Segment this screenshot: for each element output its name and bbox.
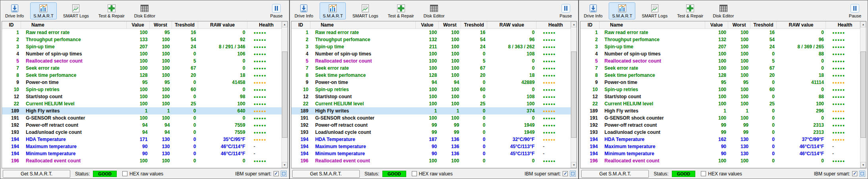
table-row[interactable]: 191G-SENSOR shock counter10010000●●●●● (291, 114, 571, 122)
toolbar-button-disk-editor[interactable]: Disk Editor (131, 2, 158, 19)
table-row[interactable]: 189High Fly writes110374●●●●● (291, 107, 571, 114)
scroll-up-arrow[interactable]: ▲ (571, 21, 577, 27)
table-row[interactable]: 5Reallocated sector count10010050●●●●● (2, 57, 282, 65)
column-header-worst[interactable]: Worst (439, 21, 461, 29)
column-header-raw-value[interactable]: RAW value (487, 21, 536, 29)
table-row[interactable]: 22Current HELIUM level10010025100●●●●● (581, 100, 860, 107)
hex-raw-values-checkbox[interactable] (122, 171, 127, 176)
table-row[interactable]: 3Spin-up time211100248 / 363 / 262●●●●● (291, 43, 571, 50)
column-header-health[interactable]: Health (247, 21, 282, 29)
table-row[interactable]: 1Raw read error rate10095160●●●●● (2, 29, 282, 36)
table-row[interactable]: 2Throughput perfomance1321005496●●●●● (291, 36, 571, 43)
table-row[interactable]: 194Maximum temperature90136045°C/113°F- (291, 143, 571, 150)
column-header-health[interactable]: Health (826, 21, 860, 29)
table-row[interactable]: 196Reallocated event count10010000●●●●● (291, 157, 571, 164)
table-row[interactable]: 189High Fly writes110296●●●●● (581, 107, 860, 114)
pause-button[interactable]: Pause (556, 2, 575, 19)
column-header-treshold[interactable]: Treshold (750, 21, 777, 29)
table-row[interactable]: 7Seek error rate100100670●●●●● (2, 65, 282, 72)
vertical-scrollbar[interactable]: ▲ ▼ (282, 21, 287, 168)
column-header-treshold[interactable]: Treshold (172, 21, 198, 29)
table-row[interactable]: 192Power-off retract count949407559●●●●● (2, 122, 282, 129)
toolbar-button-drive-info[interactable]: Drive Info (291, 2, 316, 19)
table-row[interactable]: 189High Fly writes110640●●●●● (2, 107, 282, 114)
table-row[interactable]: 3Spin-up time207100248 / 369 / 265●●●●● (581, 43, 860, 50)
column-header-raw-value[interactable]: RAW value (198, 21, 247, 29)
table-row[interactable]: 1Raw read error rate100100160●●●●● (581, 29, 860, 36)
table-row[interactable]: 194Minimum temperature90130046°C/114°F- (2, 150, 282, 157)
table-row[interactable]: 191G-SENSOR shock counter10010000●●●●● (581, 114, 860, 122)
table-row[interactable]: 7Seek error rate100100670●●●●● (581, 65, 860, 72)
blue-square-icon[interactable] (281, 171, 287, 177)
toolbar-button-smart-logs[interactable]: SMART Logs (349, 2, 381, 19)
table-row[interactable]: 196Reallocated event count10010000●●●●● (581, 157, 860, 164)
table-row[interactable]: 9Power-on time9595041458●●●●● (2, 79, 282, 86)
table-row[interactable]: 194Maximum temperature90130046°C/114°F- (581, 143, 860, 150)
toolbar-button-s-m-a-r-t[interactable]: S.M.A.R.T (609, 2, 635, 19)
pause-button[interactable]: Pause (846, 2, 864, 19)
table-row[interactable]: 4Number of spin-up times1001000106●●●●● (2, 50, 282, 57)
table-row[interactable]: 194Minimum temperature90136045°C/113°F- (291, 150, 571, 157)
table-row[interactable]: 22Current HELIUM level10010025100●●●●● (291, 100, 571, 107)
table-row[interactable]: 10Spin-up retries100100600●●●●● (581, 86, 860, 93)
table-row[interactable]: 10Spin-up retries100100600●●●●● (2, 86, 282, 93)
table-row[interactable]: 12Start/stop count1001000108●●●●● (291, 93, 571, 100)
toolbar-button-test-repair[interactable]: Test & Repair (385, 2, 417, 19)
toolbar-button-test-repair[interactable]: Test & Repair (674, 2, 706, 19)
column-header-id[interactable]: ID (291, 21, 311, 29)
table-row[interactable]: 193Load/unload cycle count999901949●●●●● (291, 129, 571, 136)
table-row[interactable]: 192Power-off retract count999901949●●●●● (291, 122, 571, 129)
toolbar-button-smart-logs[interactable]: SMART Logs (60, 2, 92, 19)
ibm-super-smart-checkbox[interactable]: ✓ (274, 171, 279, 176)
table-row[interactable]: 4Number of spin-up times1001000108●●●●● (291, 50, 571, 57)
scrollbar-track[interactable] (860, 27, 866, 162)
table-row[interactable]: 193Load/unload cycle count949407559●●●●● (2, 129, 282, 136)
table-row[interactable]: 8Seek time perfomance1281002018●●●●● (291, 72, 571, 79)
table-row[interactable]: 192Power-off retract count999902313●●●●● (581, 122, 860, 129)
table-row[interactable]: 2Throughput perfomance1331005492●●●●● (2, 36, 282, 43)
table-row[interactable]: 8Seek time perfomance1281002018●●●●● (2, 72, 282, 79)
table-row[interactable]: 193Load/unload cycle count999902313●●●●● (581, 129, 860, 136)
table-row[interactable]: 191G-SENSOR shock counter10010000●●●●● (2, 114, 282, 122)
scrollbar-track[interactable] (571, 27, 577, 162)
vertical-scrollbar[interactable]: ▲ ▼ (571, 21, 577, 168)
scroll-down-arrow[interactable]: ▼ (282, 162, 287, 168)
scrollbar-thumb[interactable] (571, 51, 577, 138)
table-row[interactable]: 194Maximum temperature90130046°C/114°F- (2, 143, 282, 150)
toolbar-button-s-m-a-r-t[interactable]: S.M.A.R.T (320, 2, 346, 19)
column-header-name[interactable]: Name (600, 21, 705, 29)
table-row[interactable]: 12Start/stop count100100098●●●●● (2, 93, 282, 100)
scroll-down-arrow[interactable]: ▼ (860, 162, 866, 168)
toolbar-button-disk-editor[interactable]: Disk Editor (420, 2, 448, 19)
scrollbar-thumb[interactable] (860, 51, 866, 138)
toolbar-button-disk-editor[interactable]: Disk Editor (710, 2, 737, 19)
blue-square-icon[interactable] (570, 171, 576, 177)
ibm-super-smart-checkbox[interactable]: ✓ (563, 171, 568, 176)
table-row[interactable]: 194HDA Temperature162130037°C/99°F●●●●● (581, 136, 860, 143)
scrollbar-thumb[interactable] (282, 51, 287, 138)
table-row[interactable]: 8Seek time perfomance1281002018●●●●● (581, 72, 860, 79)
table-row[interactable]: 5Reallocated sector count10010050●●●●● (291, 57, 571, 65)
table-row[interactable]: 196Reallocated event count10010000●●●●● (2, 157, 282, 164)
table-row[interactable]: 194HDA Temperature187136032°C/90°F●●●●● (291, 136, 571, 143)
table-row[interactable]: 3Spin-up time207100248 / 291 / 346●●●●● (2, 43, 282, 50)
toolbar-button-smart-logs[interactable]: SMART Logs (638, 2, 671, 19)
column-header-treshold[interactable]: Treshold (461, 21, 487, 29)
column-header-value[interactable]: Value (705, 21, 728, 29)
table-row[interactable]: 5Reallocated sector count10010050●●●●● (581, 57, 860, 65)
table-row[interactable]: 4Number of spin-up times100100088●●●●● (581, 50, 860, 57)
scroll-up-arrow[interactable]: ▲ (282, 21, 287, 27)
toolbar-button-drive-info[interactable]: Drive Info (2, 2, 27, 19)
column-header-name[interactable]: Name (21, 21, 127, 29)
scroll-down-arrow[interactable]: ▼ (571, 162, 577, 168)
ibm-super-smart-checkbox[interactable]: ✓ (852, 171, 857, 176)
column-header-worst[interactable]: Worst (728, 21, 750, 29)
table-row[interactable]: 2Throughput perfomance1321005496●●●●● (581, 36, 860, 43)
get-smart-button[interactable]: Get S.M.A.R.T. (581, 170, 649, 178)
scrollbar-track[interactable] (282, 27, 287, 162)
column-header-name[interactable]: Name (311, 21, 416, 29)
table-row[interactable]: 22Current HELIUM level10010025100●●●●● (2, 100, 282, 107)
toolbar-button-drive-info[interactable]: Drive Info (581, 2, 606, 19)
table-row[interactable]: 12Start/stop count100100088●●●●● (581, 93, 860, 100)
table-row[interactable]: 9Power-on time9494042889●●●●● (291, 79, 571, 86)
